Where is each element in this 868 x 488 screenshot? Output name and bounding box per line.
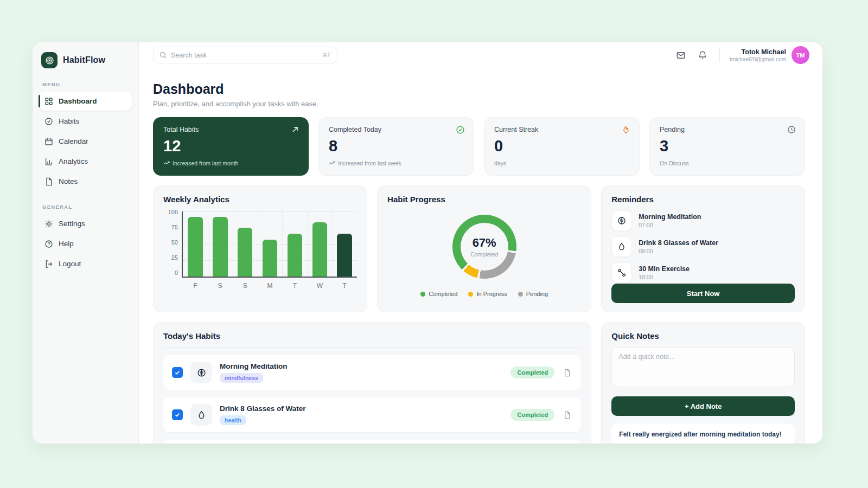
user-meta: Totok Michael tmichael20@gmail.com xyxy=(730,48,786,62)
reminder-time: 09:00 xyxy=(639,248,718,254)
habit-checkbox[interactable] xyxy=(172,367,183,378)
start-now-button[interactable]: Start Now xyxy=(611,284,795,303)
habit-progress-title: Habit Progress xyxy=(387,195,581,204)
arrow-up-right-icon[interactable] xyxy=(291,125,299,134)
habit-checkbox[interactable] xyxy=(172,409,183,420)
note-card: Felt really energized after morning medi… xyxy=(611,423,795,444)
bar xyxy=(238,228,253,277)
donut-value: 67% xyxy=(473,236,496,250)
legend-dot xyxy=(468,292,473,297)
weekly-bar-chart: 100 75 50 25 0 xyxy=(163,211,357,279)
add-note-button[interactable]: + Add Note xyxy=(611,396,795,416)
stat-footnote: Increased from last month xyxy=(163,160,298,166)
trend-up-icon xyxy=(163,160,170,166)
bar xyxy=(213,217,228,277)
legend-item-pending: Pending xyxy=(518,291,548,297)
grid-icon xyxy=(44,97,53,106)
mail-icon[interactable] xyxy=(674,48,688,62)
sidebar-item-analytics[interactable]: Analytics xyxy=(39,152,132,171)
dumbbell-icon xyxy=(611,262,632,283)
stats-row: Total Habits 12 Increased from xyxy=(153,117,805,176)
stat-label: Total Habits xyxy=(163,126,298,133)
donut-legend: Completed In Progress Pending xyxy=(420,291,548,297)
stat-value: 0 xyxy=(494,137,629,155)
stat-footnote: On Discuss xyxy=(660,160,795,166)
bar xyxy=(188,217,203,277)
page-header: Dashboard Plan, prioritize, and accompli… xyxy=(153,81,805,108)
bar-chart-icon xyxy=(44,157,53,166)
brain-icon xyxy=(190,362,212,383)
habit-name: Drink 8 Glasses of Water xyxy=(220,404,306,413)
page-subtitle: Plan, prioritize, and accomplish your ta… xyxy=(153,100,805,108)
check-circle-icon xyxy=(456,125,465,134)
target-icon xyxy=(41,52,58,68)
avatar[interactable]: TM xyxy=(792,46,809,64)
file-icon xyxy=(44,177,53,186)
gear-icon xyxy=(44,220,53,228)
quick-notes-card: Quick Notes + Add Note Felt really energ… xyxy=(601,322,805,444)
reminder-name: Drink 8 Glasses of Water xyxy=(639,239,718,247)
sidebar-item-label: Logout xyxy=(59,260,81,268)
bar xyxy=(288,234,303,277)
status-badge: Completed xyxy=(510,367,554,378)
stat-value: 3 xyxy=(660,137,795,155)
donut-label: Completed xyxy=(470,251,498,258)
stat-value: 12 xyxy=(163,137,298,155)
legend-dot xyxy=(420,292,425,297)
check-circle-icon xyxy=(44,117,53,126)
sidebar-section-menu: MENU xyxy=(42,81,129,87)
note-icon[interactable] xyxy=(563,369,571,377)
habit-row-morning-meditation: Morning Meditation mindfulness Completed xyxy=(163,355,581,390)
donut-center: 67% Completed xyxy=(452,215,516,279)
search-input[interactable] xyxy=(154,47,337,63)
sidebar-item-label: Analytics xyxy=(59,157,88,165)
sidebar-item-notes[interactable]: Notes xyxy=(39,172,132,191)
dashboard-content: Dashboard Plan, prioritize, and accompli… xyxy=(139,68,822,444)
sidebar-item-calendar[interactable]: Calendar xyxy=(39,132,132,151)
reminder-item: 30 Min Exercise 18:00 xyxy=(611,262,795,283)
droplet-icon xyxy=(190,404,212,426)
stat-card-completed-today: Completed Today 8 Increased fro xyxy=(318,117,474,176)
stat-footnote: Increased from last week xyxy=(329,160,464,166)
clock-icon xyxy=(787,125,796,134)
sidebar-item-help[interactable]: Help xyxy=(39,234,132,253)
sidebar-item-label: Notes xyxy=(59,177,78,185)
reminder-time: 07:00 xyxy=(639,222,701,228)
weekly-analytics-title: Weekly Analytics xyxy=(163,195,357,204)
search-icon xyxy=(159,51,167,59)
stat-label: Current Streak xyxy=(494,126,629,133)
reminder-name: Morning Meditation xyxy=(639,213,701,221)
sidebar-item-dashboard[interactable]: Dashboard xyxy=(39,92,132,111)
habit-tag: health xyxy=(220,415,246,425)
app-name: HabitFlow xyxy=(63,55,105,65)
donut-chart: 67% Completed xyxy=(452,215,516,279)
stat-card-total-habits: Total Habits 12 Increased from xyxy=(153,117,309,176)
plot-area xyxy=(182,211,357,278)
trend-up-icon xyxy=(329,160,335,166)
quick-note-input[interactable] xyxy=(611,347,795,387)
search-shortcut: ⌘F xyxy=(322,52,331,58)
sidebar-item-label: Settings xyxy=(59,220,85,228)
reminders-title: Reminders xyxy=(611,195,795,204)
stat-label: Completed Today xyxy=(329,126,464,133)
sidebar-item-habits[interactable]: Habits xyxy=(39,112,132,131)
x-axis: F S S M T W T xyxy=(183,282,357,290)
reminder-item: Morning Meditation 07:00 xyxy=(611,210,795,231)
legend-dot xyxy=(518,292,523,297)
habit-name: Morning Meditation xyxy=(220,362,287,370)
topbar: ⌘F Totok Michael tmichael20@gmail.com xyxy=(139,42,822,68)
habit-row-drink-water: Drink 8 Glasses of Water health Complete… xyxy=(163,397,581,432)
sidebar-item-settings[interactable]: Settings xyxy=(39,214,132,233)
sidebar-item-label: Dashboard xyxy=(59,97,97,105)
sidebar-item-label: Help xyxy=(59,240,74,248)
todays-habits-card: Today's Habits xyxy=(153,322,591,444)
sidebar-item-logout[interactable]: Logout xyxy=(39,254,132,273)
stat-footnote: days xyxy=(494,160,629,166)
status-badge: Completed xyxy=(510,409,554,421)
stat-card-current-streak: Current Streak 0 days xyxy=(484,117,640,176)
app-logo: HabitFlow xyxy=(39,51,132,68)
bell-icon[interactable] xyxy=(695,48,710,62)
sidebar-item-label: Calendar xyxy=(59,137,88,145)
note-icon[interactable] xyxy=(563,411,571,419)
stat-card-pending: Pending 3 On Discuss xyxy=(649,117,805,176)
